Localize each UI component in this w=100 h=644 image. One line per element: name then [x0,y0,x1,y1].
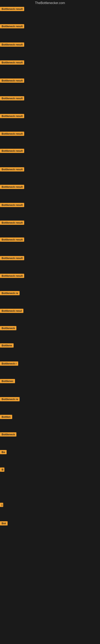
result-row-18: Bottleneck resul [0,309,23,314]
bottleneck-label-6: Bottleneck result [0,96,24,100]
bottleneck-label-24: Bottlen [0,415,12,419]
result-row-2: Bottleneck result [0,24,24,29]
result-row-8: Bottleneck result [0,132,24,137]
result-row-22: Bottlenec [0,379,15,384]
result-row-9: Bottleneck result [0,149,24,154]
bottleneck-label-16: Bottleneck result [0,274,24,278]
bottleneck-label-12: Bottleneck result [0,203,24,207]
result-row-5: Bottleneck result [0,78,24,84]
bottleneck-label-22: Bottlenec [0,379,15,383]
bottleneck-label-30: Bot [0,521,8,526]
result-row-27: B [0,468,4,472]
result-row-12: Bottleneck result [0,203,24,208]
bottleneck-label-29: | [0,503,3,507]
bottleneck-label-8: Bottleneck result [0,132,24,136]
bottleneck-label-5: Bottleneck result [0,78,24,83]
result-row-20: Bottlene [0,343,14,348]
site-title: TheBottlenecker.com [0,0,100,7]
bottleneck-label-13: Bottleneck result [0,220,24,225]
result-row-21: Bottleneck r [0,362,18,366]
result-row-17: Bottleneck re [0,291,20,296]
result-row-23: Bottleneck re [0,397,20,402]
result-row-30: Bot [0,521,8,526]
bottleneck-label-4: Bottleneck result [0,60,24,64]
bottleneck-label-9: Bottleneck result [0,149,24,153]
bottleneck-label-2: Bottleneck result [0,24,24,28]
bottleneck-label-27: B [0,468,4,472]
result-row-25: Bottleneck [0,432,16,437]
result-row-11: Bottleneck result [0,185,24,190]
bottleneck-label-15: Bottleneck result [0,256,24,260]
bottleneck-label-20: Bottlene [0,343,14,348]
bottleneck-label-26: Bo [0,450,7,454]
bottleneck-label-3: Bottleneck result [0,42,24,47]
bottleneck-label-1: Bottleneck result [0,7,24,11]
result-row-13: Bottleneck result [0,220,24,226]
bottleneck-label-17: Bottleneck re [0,291,20,295]
result-row-3: Bottleneck result [0,42,24,48]
bottleneck-label-25: Bottleneck [0,432,16,436]
result-row-15: Bottleneck result [0,256,24,261]
bottleneck-label-14: Bottleneck result [0,238,24,242]
result-row-4: Bottleneck result [0,60,24,66]
result-row-16: Bottleneck result [0,274,24,279]
result-row-19: Bottleneck [0,326,16,331]
bottleneck-label-18: Bottleneck resul [0,309,23,313]
result-row-24: Bottlen [0,415,12,420]
bottleneck-label-11: Bottleneck result [0,185,24,189]
result-row-14: Bottleneck result [0,238,24,242]
bottleneck-label-23: Bottleneck re [0,397,20,401]
bottleneck-label-10: Bottleneck result [0,167,24,172]
bottleneck-label-7: Bottleneck result [0,114,24,118]
bottleneck-label-19: Bottleneck [0,326,16,330]
result-row-7: Bottleneck result [0,114,24,119]
result-row-29: | [0,503,3,508]
result-row-6: Bottleneck result [0,96,24,101]
result-row-26: Bo [0,450,7,455]
result-row-1: Bottleneck result [0,7,24,12]
bottleneck-label-21: Bottleneck r [0,362,18,366]
result-row-10: Bottleneck result [0,167,24,172]
